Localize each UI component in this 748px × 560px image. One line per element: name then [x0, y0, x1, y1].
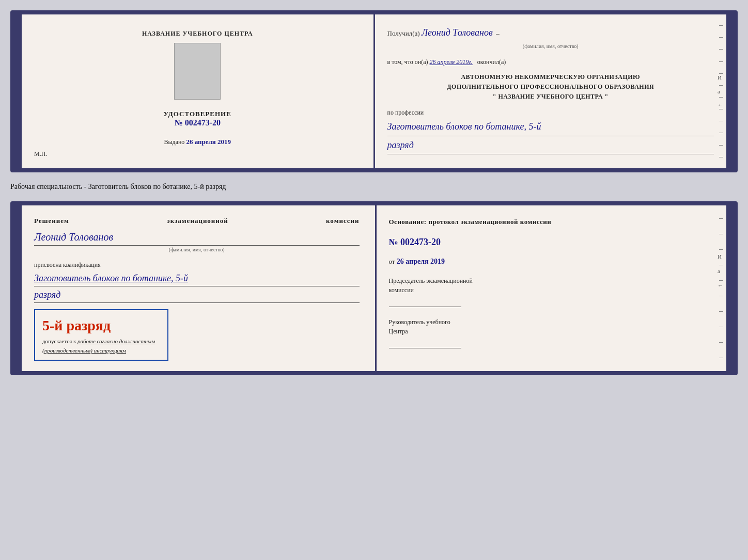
- issued-line-1: Выдано 26 апреля 2019: [164, 138, 231, 146]
- in-that-label: в том, что он(а): [387, 58, 428, 66]
- badge-box: 5-й разряд допускается к работе согласно…: [34, 309, 168, 361]
- photo-placeholder-1: [174, 43, 221, 100]
- doc1-right-panel: Получил(а) Леонид Толованов – (фамилия, …: [375, 14, 727, 168]
- work-text: работе согласно должностным: [77, 338, 155, 344]
- page-wrapper: НАЗВАНИЕ УЧЕБНОГО ЦЕНТРА УДОСТОВЕРЕНИЕ №…: [10, 10, 738, 375]
- margin-line: [719, 342, 723, 343]
- cert-number-1: № 002473-20: [175, 118, 221, 127]
- komissia-title: Решением экзаменационной комиссии: [34, 216, 360, 227]
- margin-line: [719, 145, 723, 146]
- margin-line: [719, 265, 723, 265]
- org-line1: АВТОНОМНУЮ НЕКОММЕРЧЕСКУЮ ОРГАНИЗАЦИЮ: [461, 73, 640, 81]
- director-label: Руководитель учебного Центра: [389, 317, 714, 336]
- chairman-label: Председатель экзаменационной комиссии: [389, 276, 714, 295]
- fio-label-2: (фамилия, имя, отчество): [34, 246, 360, 254]
- margin-line: [719, 311, 723, 312]
- marker-arrow: ←: [718, 100, 723, 110]
- cert-title-1: УДОСТОВЕРЕНИЕ: [164, 110, 231, 118]
- marker-i: И: [718, 73, 723, 83]
- in-that-block: в том, что он(а) 26 апреля 2019г. окончи…: [387, 57, 714, 67]
- org-line3: " НАЗВАНИЕ УЧЕБНОГО ЦЕНТРА ": [493, 93, 609, 100]
- margin-line: [719, 133, 723, 133]
- org-line2: ДОПОЛНИТЕЛЬНОГО ПРОФЕССИОНАЛЬНОГО ОБРАЗО…: [447, 83, 654, 90]
- person-name-2: Леонид Толованов: [34, 229, 360, 246]
- razryad-value-1: разряд: [387, 137, 714, 155]
- mp-label-1: М.П.: [34, 150, 47, 158]
- doc1-left-panel: НАЗВАНИЕ УЧЕБНОГО ЦЕНТРА УДОСТОВЕРЕНИЕ №…: [22, 14, 375, 168]
- spine-left-2: [14, 205, 22, 371]
- from-date-block: от 26 апреля 2019: [389, 255, 714, 268]
- margin-line: [719, 49, 723, 50]
- chairman-line2: комиссии: [389, 286, 414, 294]
- spine-right-1: [726, 14, 734, 168]
- spine-right-2: [726, 205, 734, 371]
- caption-text: Рабочая специальность - Заготовитель бло…: [10, 181, 738, 193]
- profession-value-2: Заготовитель блоков по ботанике, 5-й: [34, 271, 360, 286]
- recipient-prefix: Получил(а): [387, 29, 420, 37]
- director-sign-line: [389, 338, 461, 348]
- margin-line: [719, 327, 723, 327]
- instructions-text: (производственным) инструкциям: [42, 347, 126, 354]
- margin-line: [719, 37, 723, 38]
- doc2-right-panel: Основание: протокол экзаменационной коми…: [377, 205, 727, 371]
- protocol-number: № 002473-20: [389, 234, 714, 250]
- fio-label-1: (фамилия, имя, отчество): [387, 42, 714, 51]
- document-card-2: Решением экзаменационной комиссии Леонид…: [10, 201, 738, 375]
- osnov-title: Основание: протокол экзаменационной коми…: [389, 216, 714, 228]
- margin-line: [719, 157, 723, 157]
- doc2-left-panel: Решением экзаменационной комиссии Леонид…: [22, 205, 377, 371]
- margin-line: [719, 280, 723, 281]
- profession-label-1: по профессии: [387, 107, 714, 118]
- margin-line: [719, 249, 723, 250]
- spine-left-1: [14, 14, 22, 168]
- marker-a: а: [718, 87, 723, 97]
- margin-line: [719, 358, 723, 358]
- margin-lines-2: [717, 205, 726, 371]
- margin-line: [719, 218, 723, 219]
- recipient-line: Получил(а) Леонид Толованов –: [387, 25, 714, 41]
- director-line1: Руководитель учебного: [389, 318, 450, 326]
- margin-line: [719, 61, 723, 62]
- issued-label: Выдано: [164, 138, 184, 146]
- side-markers: И а ←: [718, 73, 723, 110]
- from-date-val: 26 апреля 2019: [397, 258, 445, 265]
- razryad-value-2: разряд: [34, 287, 360, 303]
- center-header-1: НАЗВАНИЕ УЧЕБНОГО ЦЕНТРА: [142, 30, 253, 38]
- from-prefix: от: [389, 258, 395, 265]
- issued-date-1: 26 апреля 2019: [186, 138, 231, 146]
- margin-line: [719, 296, 723, 296]
- dopuskaetsya-text: допускается к работе согласно должностны…: [42, 337, 160, 355]
- assigned-text: присвоена квалификация: [34, 260, 360, 270]
- org-block: АВТОНОМНУЮ НЕКОММЕРЧЕСКУЮ ОРГАНИЗАЦИЮ ДО…: [387, 72, 714, 102]
- margin-line: [719, 234, 723, 234]
- margin-line: [719, 25, 723, 26]
- document-card-1: НАЗВАНИЕ УЧЕБНОГО ЦЕНТРА УДОСТОВЕРЕНИЕ №…: [10, 10, 738, 172]
- chairman-sign-line: [389, 297, 461, 307]
- dopuskaetsya-label: допускается к: [42, 338, 76, 344]
- profession-value-1: Заготовитель блоков по ботанике, 5-й: [387, 119, 714, 136]
- badge-number: 5-й разряд: [42, 314, 160, 338]
- director-line2: Центра: [389, 328, 408, 335]
- recipient-name: Леонид Толованов: [422, 27, 493, 38]
- margin-line: [719, 121, 723, 121]
- finished-label: окончил(а): [477, 58, 506, 66]
- cert-date: 26 апреля 2019г.: [429, 58, 472, 66]
- chairman-line1: Председатель экзаменационной: [389, 277, 473, 284]
